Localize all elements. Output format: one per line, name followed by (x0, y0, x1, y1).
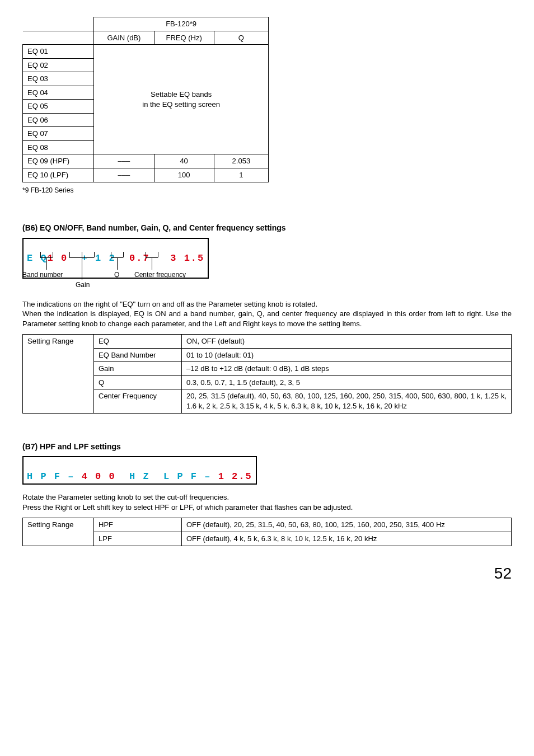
eq-row-label: EQ 03 (23, 72, 94, 86)
lcd-q: 0.7 (129, 253, 150, 264)
merged-line-2: in the EQ setting screen (142, 100, 220, 109)
page-number: 52 (22, 563, 512, 584)
param-name: LPF (94, 532, 182, 546)
param-value: 0.3, 0.5, 0.7, 1, 1.5 (default), 2, 3, 5 (182, 375, 512, 389)
label-q: Q (114, 270, 119, 279)
setting-range-label: Setting Range (23, 335, 94, 413)
footnote-fb120: *9 FB-120 Series (22, 186, 512, 195)
param-name: HPF (94, 518, 182, 532)
merged-line-1: Settable EQ bands (151, 90, 212, 98)
b7-title: (B7) HPF and LPF settings (22, 442, 512, 452)
lcd-eq: E Q (27, 253, 48, 264)
lcd-dash: – (68, 471, 74, 482)
eq-row-label: EQ 04 (23, 86, 94, 100)
eq-row-label: EQ 07 (23, 127, 94, 141)
b7-para2: Press the Right or Left shift key to sel… (22, 503, 512, 513)
param-value: ON, OFF (default) (182, 335, 512, 349)
setting-range-label: Setting Range (23, 518, 94, 546)
table-header-fb120: FB-120*9 (94, 17, 269, 31)
hpf-freq: 40 (154, 154, 214, 168)
lcd-dash2: – (204, 471, 211, 482)
param-value: –12 dB to +12 dB (default: 0 dB), 1 dB s… (182, 362, 512, 376)
param-name: Q (94, 375, 182, 389)
param-value: 01 to 10 (default: 01) (182, 348, 512, 362)
lcd-hpf-val: 4 0 0 (82, 471, 116, 482)
col-gain: GAIN (dB) (94, 31, 154, 45)
b6-para1: The indications on the right of "EQ" tur… (22, 299, 512, 309)
col-q: Q (214, 31, 268, 45)
param-name: EQ Band Number (94, 348, 182, 362)
param-value: 20, 25, 31.5 (default), 40, 50, 63, 80, … (182, 389, 512, 413)
lpf-row-label: EQ 10 (LPF) (23, 168, 94, 182)
eq-row-label: EQ 08 (23, 140, 94, 154)
hpf-q: 2.053 (214, 154, 268, 168)
blank-cell (23, 17, 94, 31)
hpf-gain: ––– (94, 154, 154, 168)
param-name: Center Frequency (94, 389, 182, 413)
lcd-lpf: L P F (163, 471, 198, 482)
b6-title: (B6) EQ ON/OFF, Band number, Gain, Q, an… (22, 223, 512, 233)
param-name: EQ (94, 335, 182, 349)
b6-para2: When the indication is displayed, EQ is … (22, 309, 512, 328)
param-value: OFF (default), 4 k, 5 k, 6.3 k, 8 k, 10 … (182, 532, 512, 546)
b7-para1: Rotate the Parameter setting knob to set… (22, 492, 512, 503)
lpf-q: 1 (214, 168, 268, 182)
hpf-row-label: EQ 09 (HPF) (23, 154, 94, 168)
b6-lcd-diagram: E Q1 0 + 1 2 0.7 3 1.5 Band number Gain … (22, 238, 512, 299)
eq-row-label: EQ 05 (23, 100, 94, 114)
setting-range-table-b6: Setting Range EQ ON, OFF (default) EQ Ba… (22, 334, 512, 413)
param-value: OFF (default), 20, 25, 31.5, 40, 50, 63,… (182, 518, 512, 532)
setting-range-table-b7: Setting Range HPF OFF (default), 20, 25,… (22, 518, 512, 546)
lcd-lpf-val: 1 2.5 (218, 471, 252, 482)
lpf-gain: ––– (94, 168, 154, 182)
blank-cell (23, 31, 94, 45)
lcd-hz: H Z (129, 471, 150, 482)
lcd-hpf: H P F (27, 471, 61, 482)
merged-settable-bands: Settable EQ bands in the EQ setting scre… (94, 45, 269, 154)
label-band-number: Band number (22, 270, 63, 279)
lpf-freq: 100 (154, 168, 214, 182)
eq-row-label: EQ 06 (23, 113, 94, 127)
eq-row-label: EQ 02 (23, 58, 94, 72)
label-gain: Gain (76, 280, 90, 289)
eq-table: FB-120*9 GAIN (dB) FREQ (Hz) Q EQ 01 Set… (22, 17, 269, 182)
lcd-band: 1 0 (48, 253, 68, 264)
param-name: Gain (94, 362, 182, 376)
col-freq: FREQ (Hz) (154, 31, 214, 45)
label-center-frequency: Center frequency (134, 270, 186, 279)
eq-row-label: EQ 01 (23, 45, 94, 59)
b7-lcd: H P F – 4 0 0 H Z L P F – 1 2.5 (22, 456, 257, 485)
lcd-cf: 3 1.5 (170, 253, 204, 264)
